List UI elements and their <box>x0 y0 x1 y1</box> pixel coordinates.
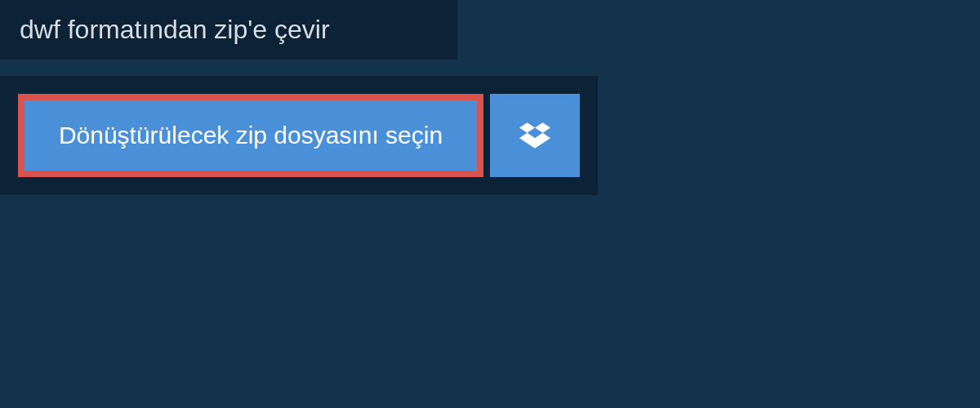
select-file-button[interactable]: Dönüştürülecek zip dosyasını seçin <box>18 94 483 177</box>
dropbox-icon <box>519 120 550 151</box>
title-bar: dwf formatından zip'e çevir <box>0 0 457 60</box>
dropbox-button[interactable] <box>490 94 580 177</box>
upload-section: Dönüştürülecek zip dosyasını seçin <box>0 76 598 195</box>
page-title: dwf formatından zip'e çevir <box>20 15 438 45</box>
